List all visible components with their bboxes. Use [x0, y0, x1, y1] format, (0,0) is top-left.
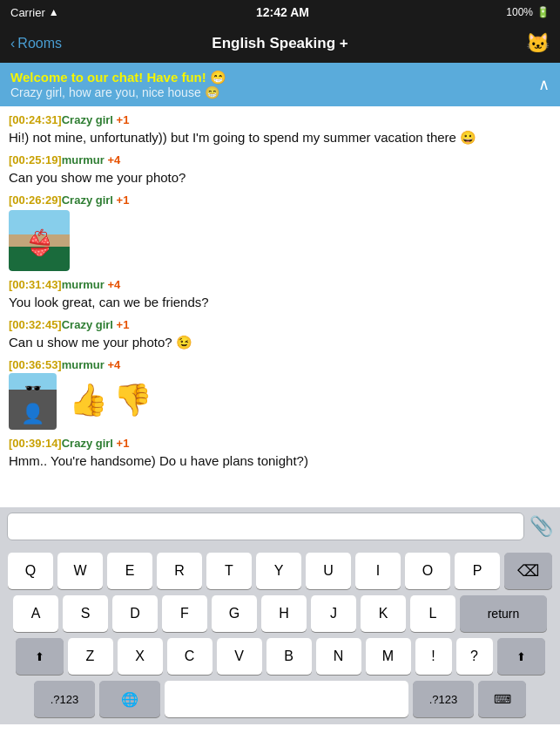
- input-area: 📎: [0, 507, 560, 546]
- message-input[interactable]: [7, 513, 524, 540]
- message-block: [00:31:43]murmur +4 You look great, can …: [9, 278, 551, 311]
- keyboard: Q W E R T Y U I O P ⌫ A S D F G H J K L …: [0, 546, 560, 724]
- key-d[interactable]: D: [112, 595, 158, 632]
- man-photo-image: 👤: [9, 373, 57, 430]
- key-u[interactable]: U: [306, 553, 351, 589]
- key-b[interactable]: B: [267, 638, 312, 675]
- key-y[interactable]: Y: [256, 553, 301, 589]
- key-q[interactable]: Q: [8, 553, 53, 589]
- message-timestamp: [00:39:14]: [9, 437, 62, 450]
- message-header: [00:25:19]murmur +4: [9, 153, 551, 166]
- nav-bar: ‹ Rooms English Speaking + 🐱: [0, 24, 560, 63]
- key-question[interactable]: ?: [456, 638, 493, 675]
- keyboard-row-2: A S D F G H J K L return: [3, 595, 557, 632]
- back-button[interactable]: ‹ Rooms: [10, 36, 62, 51]
- message-plus: +1: [117, 318, 130, 331]
- key-l[interactable]: L: [410, 595, 455, 632]
- key-c[interactable]: C: [167, 638, 213, 675]
- space-key[interactable]: [165, 681, 408, 717]
- shift-key[interactable]: ⬆: [16, 638, 64, 675]
- battery-label: 100%: [506, 6, 533, 18]
- globe-key[interactable]: 🌐: [99, 681, 160, 717]
- message-header: [00:32:45]Crazy girl +1: [9, 318, 551, 331]
- message-header: [00:39:14]Crazy girl +1: [9, 437, 551, 450]
- welcome-sub-text: Crazy girl, how are you, nice house 😁: [10, 85, 550, 99]
- status-time: 12:42 AM: [256, 5, 309, 19]
- nav-title: English Speaking +: [212, 35, 347, 52]
- key-g[interactable]: G: [212, 595, 257, 632]
- key-p[interactable]: P: [455, 553, 500, 589]
- key-n[interactable]: N: [316, 638, 361, 675]
- message-block: [00:25:19]murmur +4 Can you show me your…: [9, 153, 551, 187]
- return-key[interactable]: return: [460, 595, 547, 632]
- keyboard-hide-key[interactable]: ⌨: [478, 681, 526, 717]
- message-body: Can you show me your photo?: [9, 168, 551, 187]
- carrier-label: Carrier: [10, 6, 45, 19]
- key-a[interactable]: A: [13, 595, 58, 632]
- key-exclaim[interactable]: !: [415, 638, 452, 675]
- message-body: Hi!) not mine, unfortunatly)) but I'm go…: [9, 128, 551, 146]
- girl-photo-image: [9, 210, 70, 271]
- status-bar: Carrier ▲ 12:42 AM 100% 🔋: [0, 0, 560, 24]
- banner-chevron-icon[interactable]: ∧: [538, 75, 550, 94]
- key-k[interactable]: K: [361, 595, 406, 632]
- nav-right-icon[interactable]: 🐱: [526, 32, 550, 55]
- key-i[interactable]: I: [355, 553, 401, 589]
- key-h[interactable]: H: [261, 595, 307, 632]
- key-w[interactable]: W: [57, 553, 103, 589]
- message-timestamp: [00:32:45]: [9, 318, 62, 331]
- battery-icon: 🔋: [536, 6, 550, 18]
- message-block: [00:26:29]Crazy girl +1: [9, 194, 551, 271]
- attach-icon[interactable]: 📎: [530, 515, 553, 538]
- message-photo[interactable]: [9, 210, 70, 271]
- message-block: [00:36:53]murmur +4 👤 👍 👎: [9, 358, 551, 430]
- message-username: murmur: [62, 278, 105, 291]
- key-t[interactable]: T: [206, 553, 252, 589]
- carrier-info: Carrier ▲: [10, 6, 59, 19]
- key-j[interactable]: J: [311, 595, 356, 632]
- message-plus: +1: [117, 437, 130, 450]
- delete-key[interactable]: ⌫: [504, 553, 552, 589]
- message-plus: +1: [117, 113, 130, 126]
- key-v[interactable]: V: [217, 638, 262, 675]
- key-e[interactable]: E: [107, 553, 152, 589]
- message-timestamp: [00:26:29]: [9, 194, 62, 207]
- emoji-row: 👍 👎: [69, 373, 152, 418]
- key-z[interactable]: Z: [68, 638, 113, 675]
- thumbs-down-icon: 👎: [113, 382, 152, 418]
- keyboard-row-3: ⬆ Z X C V B N M ! ? ⬆: [3, 638, 557, 675]
- back-label: Rooms: [17, 36, 62, 51]
- key-x[interactable]: X: [118, 638, 163, 675]
- numbers-key-right[interactable]: .?123: [413, 681, 474, 717]
- thumbs-up-icon: 👍: [69, 382, 108, 418]
- chat-area: [00:24:31]Crazy girl +1 Hi!) not mine, u…: [0, 106, 560, 507]
- message-block: [00:39:14]Crazy girl +1 Hmm.. You're han…: [9, 437, 551, 470]
- key-r[interactable]: R: [157, 553, 202, 589]
- message-timestamp: [00:24:31]: [9, 113, 62, 126]
- message-plus: +4: [107, 278, 120, 291]
- welcome-text: Welcome to our chat! Have fun! 😁: [10, 70, 550, 85]
- battery-info: 100% 🔋: [506, 6, 550, 18]
- message-block: [00:32:45]Crazy girl +1 Can u show me yo…: [9, 318, 551, 351]
- key-o[interactable]: O: [405, 553, 450, 589]
- shift-key-right[interactable]: ⬆: [497, 638, 545, 675]
- message-header: [00:36:53]murmur +4: [9, 358, 551, 371]
- numbers-key[interactable]: .?123: [34, 681, 95, 717]
- message-plus: +4: [107, 358, 120, 371]
- wifi-icon: ▲: [49, 6, 59, 18]
- message-header: [00:31:43]murmur +4: [9, 278, 551, 291]
- message-username: murmur: [62, 153, 105, 166]
- message-header: [00:26:29]Crazy girl +1: [9, 194, 551, 207]
- message-header: [00:24:31]Crazy girl +1: [9, 113, 551, 126]
- key-m[interactable]: M: [366, 638, 411, 675]
- message-body: Can u show me your photo? 😉: [9, 333, 551, 351]
- message-username: Crazy girl: [62, 194, 113, 207]
- message-timestamp: [00:36:53]: [9, 358, 62, 371]
- key-s[interactable]: S: [63, 595, 108, 632]
- key-f[interactable]: F: [162, 595, 207, 632]
- message-username: Crazy girl: [62, 113, 113, 126]
- message-block: [00:24:31]Crazy girl +1 Hi!) not mine, u…: [9, 113, 551, 146]
- message-username: murmur: [62, 358, 105, 371]
- back-chevron-icon: ‹: [10, 36, 15, 51]
- keyboard-bottom-row: .?123 🌐 .?123 ⌨: [3, 681, 557, 717]
